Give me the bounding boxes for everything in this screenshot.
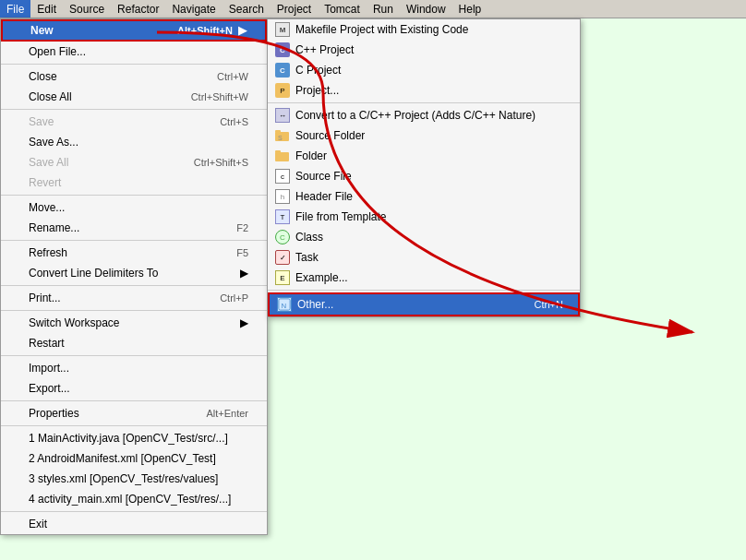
template-icon: T: [275, 209, 290, 224]
example-icon: E: [275, 270, 290, 285]
svg-text:S: S: [278, 135, 283, 141]
menu-item-recent1[interactable]: 1 MainActivity.java [OpenCV_Test/src/...…: [1, 428, 267, 448]
convert-delimiters-arrow: ▶: [240, 267, 248, 280]
menu-item-recent3[interactable]: 3 styles.xml [OpenCV_Test/res/values]: [1, 469, 267, 489]
menu-item-export[interactable]: Export...: [1, 378, 267, 399]
convert-label: Convert to a C/C++ Project (Adds C/C++ N…: [295, 109, 535, 122]
properties-label: Properties: [29, 407, 79, 420]
menu-item-recent2[interactable]: 2 AndroidManifest.xml [OpenCV_Test]: [1, 448, 267, 469]
submenu-item-cpp[interactable]: C C++ Project: [268, 40, 580, 60]
menu-item-new[interactable]: New Alt+Shift+N ▶: [1, 19, 267, 42]
separator: [1, 511, 267, 512]
menu-item-recent4[interactable]: 4 activity_main.xml [OpenCV_Test/res/...…: [1, 489, 267, 509]
separator: [1, 109, 267, 110]
source-file-icon: c: [275, 169, 290, 184]
save-shortcut: Ctrl+S: [220, 116, 248, 127]
other-icon: N: [277, 297, 292, 312]
save-label: Save: [29, 115, 54, 128]
menu-item-revert[interactable]: Revert: [1, 173, 267, 193]
menu-refactor[interactable]: Refactor: [111, 0, 165, 18]
project-icon: P: [275, 83, 290, 98]
svg-rect-1: [275, 130, 281, 133]
submenu-item-template[interactable]: T File from Template: [268, 207, 580, 227]
menu-item-close-all[interactable]: Close All Ctrl+Shift+W: [1, 87, 267, 107]
file-menu: New Alt+Shift+N ▶ Open File... Close Ctr…: [0, 18, 268, 535]
close-shortcut: Ctrl+W: [217, 71, 248, 82]
svg-rect-3: [275, 152, 289, 161]
menu-navigate[interactable]: Navigate: [165, 0, 222, 18]
other-shortcut: Ctrl+N: [535, 299, 563, 310]
submenu-item-folder[interactable]: Folder: [268, 146, 580, 166]
submenu-item-source-folder[interactable]: S Source Folder: [268, 125, 580, 146]
menu-item-import[interactable]: Import...: [1, 358, 267, 378]
task-icon: ✓: [275, 250, 290, 265]
task-label: Task: [295, 251, 319, 264]
menu-item-close[interactable]: Close Ctrl+W: [1, 66, 267, 87]
header-label: Header File: [295, 190, 353, 203]
menu-help[interactable]: Help: [452, 0, 488, 18]
menu-file[interactable]: File: [0, 0, 30, 18]
makefile-icon: M: [275, 22, 290, 37]
menu-source[interactable]: Source: [63, 0, 111, 18]
convert-delimiters-label: Convert Line Delimiters To: [29, 267, 159, 280]
submenu-separator: [268, 290, 580, 291]
separator: [1, 240, 267, 241]
menu-edit[interactable]: Edit: [30, 0, 63, 18]
menu-item-print[interactable]: Print... Ctrl+P: [1, 288, 267, 308]
submenu-item-makefile[interactable]: M Makefile Project with Existing Code: [268, 19, 580, 40]
submenu-item-other[interactable]: N Other... Ctrl+N: [268, 292, 580, 316]
cpp-label: C++ Project: [295, 43, 354, 56]
submenu-item-convert[interactable]: ↔ Convert to a C/C++ Project (Adds C/C++…: [268, 105, 580, 125]
menu-run[interactable]: Run: [367, 0, 400, 18]
menu-project[interactable]: Project: [271, 0, 318, 18]
menu-item-save[interactable]: Save Ctrl+S: [1, 112, 267, 132]
close-label: Close: [29, 70, 57, 83]
source-folder-icon: S: [275, 128, 290, 143]
folder-icon: [275, 149, 290, 163]
submenu-item-example[interactable]: E Example...: [268, 268, 580, 288]
print-shortcut: Ctrl+P: [220, 292, 248, 304]
submenu-item-project[interactable]: P Project...: [268, 80, 580, 101]
menu-item-properties[interactable]: Properties Alt+Enter: [1, 403, 267, 423]
template-label: File from Template: [295, 210, 386, 223]
menu-item-open-file[interactable]: Open File...: [1, 42, 267, 62]
c-label: C Project: [295, 64, 341, 77]
menu-item-move[interactable]: Move...: [1, 197, 267, 218]
new-shortcut: Alt+Shift+N: [177, 25, 233, 36]
new-arrow: ▶: [238, 24, 247, 37]
menu-item-save-as[interactable]: Save As...: [1, 132, 267, 152]
source-file-label: Source File: [295, 170, 352, 183]
other-label: Other...: [297, 298, 333, 311]
menu-window[interactable]: Window: [400, 0, 452, 18]
menu-search[interactable]: Search: [223, 0, 271, 18]
submenu-separator: [268, 102, 580, 103]
menu-tomcat[interactable]: Tomcat: [318, 0, 367, 18]
folder-label: Folder: [295, 149, 327, 162]
source-folder-label: Source Folder: [295, 129, 365, 142]
submenu-item-class[interactable]: C Class: [268, 227, 580, 247]
separator: [1, 400, 267, 401]
menu-item-refresh[interactable]: Refresh F5: [1, 243, 267, 263]
separator: [1, 195, 267, 196]
menu-item-exit[interactable]: Exit: [1, 514, 267, 534]
menu-item-switch-workspace[interactable]: Switch Workspace ▶: [1, 313, 267, 333]
menu-item-save-all[interactable]: Save All Ctrl+Shift+S: [1, 152, 267, 173]
new-submenu: M Makefile Project with Existing Code C …: [267, 18, 581, 317]
separator: [1, 64, 267, 65]
submenu-item-source-file[interactable]: c Source File: [268, 166, 580, 186]
menu-item-rename[interactable]: Rename... F2: [1, 218, 267, 238]
refresh-label: Refresh: [29, 246, 67, 259]
separator: [1, 355, 267, 356]
close-all-shortcut: Ctrl+Shift+W: [191, 91, 248, 102]
menu-item-convert-delimiters[interactable]: Convert Line Delimiters To ▶: [1, 263, 267, 283]
menu-item-restart[interactable]: Restart: [1, 333, 267, 353]
submenu-item-header[interactable]: h Header File: [268, 186, 580, 207]
separator: [1, 285, 267, 286]
cpp-icon: C: [275, 42, 290, 57]
submenu-item-task[interactable]: ✓ Task: [268, 247, 580, 268]
rename-shortcut: F2: [236, 222, 248, 233]
switch-workspace-label: Switch Workspace: [29, 316, 119, 329]
submenu-item-c[interactable]: C C Project: [268, 60, 580, 80]
refresh-shortcut: F5: [236, 247, 248, 258]
class-label: Class: [295, 231, 323, 244]
